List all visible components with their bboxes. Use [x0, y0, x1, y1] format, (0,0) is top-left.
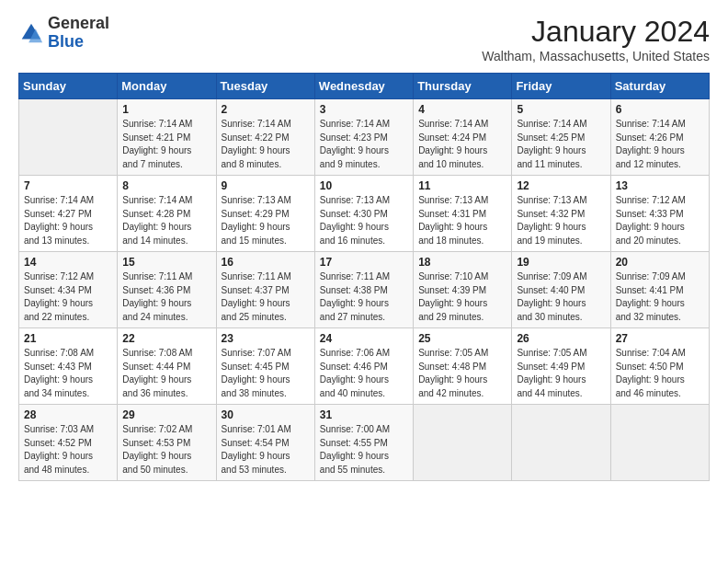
calendar-week-row: 28Sunrise: 7:03 AM Sunset: 4:52 PM Dayli… — [19, 405, 710, 481]
day-info: Sunrise: 7:03 AM Sunset: 4:52 PM Dayligh… — [24, 423, 112, 477]
day-number: 22 — [122, 332, 210, 345]
calendar-week-row: 7Sunrise: 7:14 AM Sunset: 4:27 PM Daylig… — [19, 176, 710, 252]
calendar-cell: 4Sunrise: 7:14 AM Sunset: 4:24 PM Daylig… — [414, 99, 512, 176]
calendar-cell: 13Sunrise: 7:12 AM Sunset: 4:33 PM Dayli… — [610, 176, 709, 252]
calendar-cell: 30Sunrise: 7:01 AM Sunset: 4:54 PM Dayli… — [216, 405, 314, 481]
day-number: 7 — [24, 179, 112, 192]
calendar-cell: 24Sunrise: 7:06 AM Sunset: 4:46 PM Dayli… — [314, 328, 413, 405]
day-info: Sunrise: 7:08 AM Sunset: 4:43 PM Dayligh… — [24, 347, 112, 400]
day-info: Sunrise: 7:10 AM Sunset: 4:39 PM Dayligh… — [418, 270, 506, 324]
calendar-week-row: 1Sunrise: 7:14 AM Sunset: 4:21 PM Daylig… — [19, 99, 710, 176]
calendar-cell: 27Sunrise: 7:04 AM Sunset: 4:50 PM Dayli… — [610, 328, 709, 405]
day-number: 23 — [222, 332, 310, 345]
calendar-cell: 11Sunrise: 7:13 AM Sunset: 4:31 PM Dayli… — [414, 176, 512, 252]
calendar-cell: 12Sunrise: 7:13 AM Sunset: 4:32 PM Dayli… — [512, 176, 610, 252]
day-number: 11 — [418, 179, 506, 192]
day-number: 18 — [418, 256, 506, 269]
calendar-cell: 29Sunrise: 7:02 AM Sunset: 4:53 PM Dayli… — [118, 405, 216, 481]
calendar-cell: 21Sunrise: 7:08 AM Sunset: 4:43 PM Dayli… — [19, 328, 118, 405]
day-info: Sunrise: 7:06 AM Sunset: 4:46 PM Dayligh… — [320, 347, 408, 400]
calendar-cell: 23Sunrise: 7:07 AM Sunset: 4:45 PM Dayli… — [216, 328, 314, 405]
day-number: 12 — [517, 179, 605, 192]
day-number: 27 — [616, 332, 704, 345]
day-info: Sunrise: 7:11 AM Sunset: 4:38 PM Dayligh… — [320, 270, 408, 324]
calendar-week-row: 14Sunrise: 7:12 AM Sunset: 4:34 PM Dayli… — [19, 252, 710, 328]
day-number: 6 — [616, 103, 704, 116]
day-info: Sunrise: 7:12 AM Sunset: 4:33 PM Dayligh… — [616, 194, 704, 247]
day-number: 17 — [320, 256, 408, 269]
day-info: Sunrise: 7:09 AM Sunset: 4:41 PM Dayligh… — [616, 270, 704, 324]
day-number: 5 — [517, 103, 605, 116]
logo-general: General — [48, 15, 109, 33]
calendar-cell — [414, 405, 512, 481]
day-info: Sunrise: 7:09 AM Sunset: 4:40 PM Dayligh… — [517, 270, 605, 324]
weekday-header: Monday — [118, 74, 216, 99]
day-number: 28 — [24, 408, 112, 421]
day-info: Sunrise: 7:05 AM Sunset: 4:48 PM Dayligh… — [418, 347, 506, 400]
day-info: Sunrise: 7:14 AM Sunset: 4:25 PM Dayligh… — [517, 118, 605, 171]
calendar-cell: 9Sunrise: 7:13 AM Sunset: 4:29 PM Daylig… — [216, 176, 314, 252]
day-number: 24 — [320, 332, 408, 345]
calendar-cell: 14Sunrise: 7:12 AM Sunset: 4:34 PM Dayli… — [19, 252, 118, 328]
calendar-cell: 3Sunrise: 7:14 AM Sunset: 4:23 PM Daylig… — [314, 99, 413, 176]
calendar-cell: 15Sunrise: 7:11 AM Sunset: 4:36 PM Dayli… — [118, 252, 216, 328]
day-info: Sunrise: 7:14 AM Sunset: 4:27 PM Dayligh… — [24, 194, 112, 247]
day-number: 30 — [222, 408, 310, 421]
calendar-cell: 25Sunrise: 7:05 AM Sunset: 4:48 PM Dayli… — [414, 328, 512, 405]
weekday-header: Saturday — [610, 74, 709, 99]
calendar-cell: 2Sunrise: 7:14 AM Sunset: 4:22 PM Daylig… — [216, 99, 314, 176]
calendar-cell — [19, 99, 118, 176]
calendar-cell — [512, 405, 610, 481]
day-info: Sunrise: 7:08 AM Sunset: 4:44 PM Dayligh… — [122, 347, 210, 400]
calendar-cell: 19Sunrise: 7:09 AM Sunset: 4:40 PM Dayli… — [512, 252, 610, 328]
calendar-body: 1Sunrise: 7:14 AM Sunset: 4:21 PM Daylig… — [19, 99, 710, 481]
day-number: 13 — [616, 179, 704, 192]
day-info: Sunrise: 7:02 AM Sunset: 4:53 PM Dayligh… — [122, 423, 210, 477]
calendar-cell: 5Sunrise: 7:14 AM Sunset: 4:25 PM Daylig… — [512, 99, 610, 176]
day-number: 4 — [418, 103, 506, 116]
calendar-cell: 26Sunrise: 7:05 AM Sunset: 4:49 PM Dayli… — [512, 328, 610, 405]
day-info: Sunrise: 7:12 AM Sunset: 4:34 PM Dayligh… — [24, 270, 112, 324]
logo-icon — [18, 20, 44, 46]
calendar-cell: 20Sunrise: 7:09 AM Sunset: 4:41 PM Dayli… — [610, 252, 709, 328]
calendar-cell: 22Sunrise: 7:08 AM Sunset: 4:44 PM Dayli… — [118, 328, 216, 405]
day-number: 29 — [122, 408, 210, 421]
logo-blue: Blue — [48, 33, 109, 52]
calendar-table: SundayMondayTuesdayWednesdayThursdayFrid… — [18, 73, 710, 481]
day-info: Sunrise: 7:14 AM Sunset: 4:23 PM Dayligh… — [320, 118, 408, 171]
day-info: Sunrise: 7:13 AM Sunset: 4:30 PM Dayligh… — [320, 194, 408, 247]
day-info: Sunrise: 7:00 AM Sunset: 4:55 PM Dayligh… — [320, 423, 408, 477]
weekday-header: Tuesday — [216, 74, 314, 99]
calendar-cell: 16Sunrise: 7:11 AM Sunset: 4:37 PM Dayli… — [216, 252, 314, 328]
day-info: Sunrise: 7:14 AM Sunset: 4:24 PM Dayligh… — [418, 118, 506, 171]
day-info: Sunrise: 7:11 AM Sunset: 4:36 PM Dayligh… — [122, 270, 210, 324]
calendar-week-row: 21Sunrise: 7:08 AM Sunset: 4:43 PM Dayli… — [19, 328, 710, 405]
day-number: 2 — [222, 103, 310, 116]
day-number: 31 — [320, 408, 408, 421]
day-number: 20 — [616, 256, 704, 269]
day-number: 26 — [517, 332, 605, 345]
weekday-header: Thursday — [414, 74, 512, 99]
location: Waltham, Massachusetts, United States — [482, 49, 710, 63]
calendar-cell: 31Sunrise: 7:00 AM Sunset: 4:55 PM Dayli… — [314, 405, 413, 481]
calendar-cell: 10Sunrise: 7:13 AM Sunset: 4:30 PM Dayli… — [314, 176, 413, 252]
page-header: General Blue January 2024 Waltham, Massa… — [18, 15, 710, 63]
day-number: 16 — [222, 256, 310, 269]
day-number: 25 — [418, 332, 506, 345]
day-number: 19 — [517, 256, 605, 269]
day-number: 14 — [24, 256, 112, 269]
weekday-header: Friday — [512, 74, 610, 99]
logo: General Blue — [18, 15, 109, 52]
weekday-header: Wednesday — [314, 74, 413, 99]
day-info: Sunrise: 7:14 AM Sunset: 4:22 PM Dayligh… — [222, 118, 310, 171]
day-number: 10 — [320, 179, 408, 192]
day-number: 1 — [122, 103, 210, 116]
calendar-cell: 17Sunrise: 7:11 AM Sunset: 4:38 PM Dayli… — [314, 252, 413, 328]
day-info: Sunrise: 7:13 AM Sunset: 4:32 PM Dayligh… — [517, 194, 605, 247]
day-info: Sunrise: 7:13 AM Sunset: 4:31 PM Dayligh… — [418, 194, 506, 247]
day-info: Sunrise: 7:01 AM Sunset: 4:54 PM Dayligh… — [222, 423, 310, 477]
day-info: Sunrise: 7:04 AM Sunset: 4:50 PM Dayligh… — [616, 347, 704, 400]
day-number: 3 — [320, 103, 408, 116]
calendar-cell: 6Sunrise: 7:14 AM Sunset: 4:26 PM Daylig… — [610, 99, 709, 176]
calendar-cell: 8Sunrise: 7:14 AM Sunset: 4:28 PM Daylig… — [118, 176, 216, 252]
